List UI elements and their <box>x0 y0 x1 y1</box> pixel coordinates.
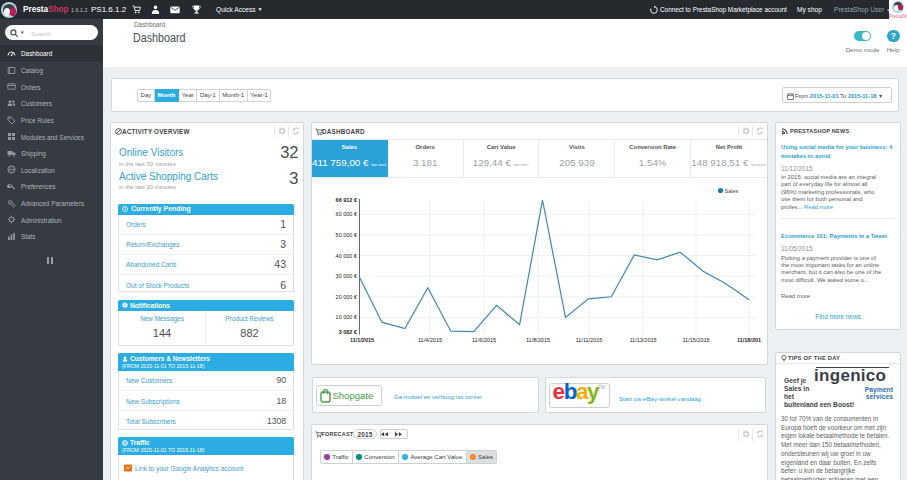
svg-text:11/6/2015: 11/6/2015 <box>472 337 496 343</box>
svg-text:20 000 €: 20 000 € <box>336 294 357 300</box>
svg-text:66 912 €: 66 912 € <box>336 197 357 203</box>
svg-text:11/18/201: 11/18/201 <box>737 337 761 343</box>
svg-text:30 000 €: 30 000 € <box>336 273 357 279</box>
svg-text:Sales: Sales <box>725 188 739 194</box>
svg-text:50 000 €: 50 000 € <box>336 232 357 238</box>
svg-text:11/13/2015: 11/13/2015 <box>629 337 656 343</box>
svg-text:10 000 €: 10 000 € <box>336 314 357 320</box>
svg-text:11/1/2015: 11/1/2015 <box>350 337 374 343</box>
svg-text:11/4/2015: 11/4/2015 <box>418 337 442 343</box>
svg-text:11/8/2015: 11/8/2015 <box>526 337 550 343</box>
svg-text:3 082 €: 3 082 € <box>339 329 357 335</box>
svg-text:60 000 €: 60 000 € <box>336 211 357 217</box>
svg-text:40 000 €: 40 000 € <box>336 253 357 259</box>
svg-text:11/15/2015: 11/15/2015 <box>682 337 709 343</box>
svg-text:11/11/2015: 11/11/2015 <box>576 337 603 343</box>
